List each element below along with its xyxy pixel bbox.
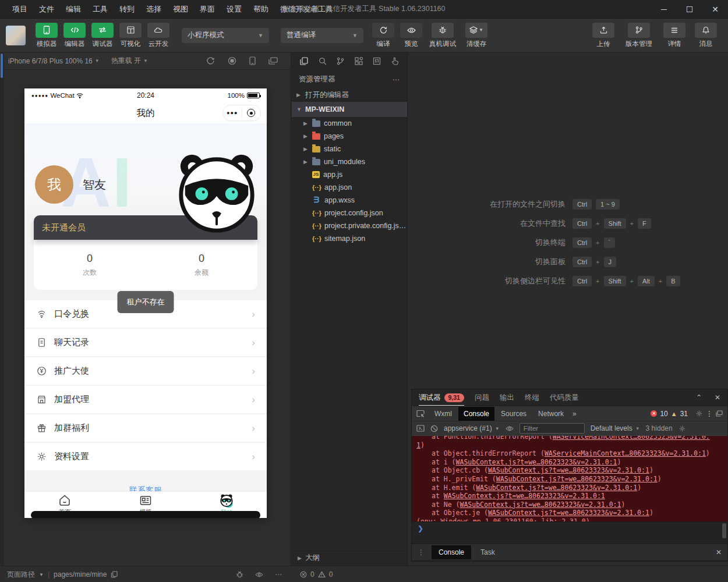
menu-select[interactable]: 选择 — [141, 2, 167, 17]
simulator-toggle-button[interactable]: 模拟器 — [33, 23, 61, 48]
maximize-button[interactable]: ☐ — [677, 0, 702, 19]
bottom-tab-task[interactable]: Task — [473, 545, 502, 559]
hot-reload-toggle[interactable]: 热重载 开 — [111, 56, 141, 66]
messages-button[interactable]: 消息 — [692, 23, 720, 48]
stack-link[interactable]: WAServiceMainContext…80623323&v=2.31.0: — [553, 436, 710, 441]
more-menu-button[interactable]: ●●● — [223, 110, 242, 116]
tree-file-appwxss[interactable]: ᗱapp.wxss — [292, 194, 407, 207]
devtools-tab-network[interactable]: Network — [533, 407, 569, 421]
warning-count[interactable]: 31 — [680, 410, 688, 418]
compile-button[interactable]: 编译 — [369, 23, 397, 48]
drag-handle-icon[interactable]: ⋮ — [418, 548, 425, 556]
page-path-label[interactable]: 页面路径 — [7, 570, 35, 580]
mode-select[interactable]: 小程序模式 ▼ — [182, 28, 269, 43]
stack-link[interactable]: WAServiceMainContext…80623323&v=2.31.0:1 — [545, 449, 706, 457]
eye-icon[interactable] — [506, 426, 514, 431]
menu-item-chat-history[interactable]: 聊天记录› — [24, 329, 267, 356]
menu-item-agency[interactable]: 加盟代理› — [24, 386, 267, 413]
clear-cache-button[interactable]: ▼ 清缓存 — [460, 23, 493, 48]
editor-toggle-button[interactable]: 编辑器 — [61, 23, 89, 48]
devtools-tab-wxml[interactable]: Wxml — [429, 407, 457, 421]
console-settings-icon[interactable] — [678, 425, 686, 432]
preview-button[interactable]: 预览 — [397, 23, 425, 48]
context-select[interactable]: appservice (#1) ▼ — [444, 424, 500, 432]
console-scrollbar[interactable] — [722, 523, 726, 538]
stack-link[interactable]: WASubContext.js?t=we…80623323&v=2.31.0:1 — [496, 475, 658, 483]
tab-terminal[interactable]: 终端 — [525, 393, 539, 403]
outline-section[interactable]: ▶ 大纲 — [292, 551, 407, 565]
stat-times[interactable]: 0 次数 — [34, 240, 146, 290]
record-icon[interactable] — [228, 56, 236, 65]
extensions-icon[interactable] — [355, 57, 363, 65]
tree-file-project-config[interactable]: {··}project.config.json — [292, 207, 407, 219]
menu-interface[interactable]: 界面 — [195, 2, 220, 17]
device-frame-icon[interactable] — [249, 56, 256, 65]
menu-tools[interactable]: 工具 — [87, 2, 113, 17]
stack-link[interactable]: WASubContext.js?t=we…80623323&v=2.31.0:1 — [456, 458, 617, 466]
menu-settings[interactable]: 设置 — [221, 2, 247, 17]
devtools-tab-console[interactable]: Console — [458, 407, 494, 421]
project-root-item[interactable]: ▼ MP-WEIXIN — [292, 102, 407, 117]
profile-avatar[interactable]: 我 — [35, 165, 73, 204]
tree-file-appjs[interactable]: JSapp.js — [292, 168, 407, 181]
close-button[interactable]: ✕ — [702, 0, 728, 19]
tree-folder-common[interactable]: ▶common — [292, 117, 407, 130]
eye-icon[interactable] — [255, 572, 263, 577]
tree-folder-pages[interactable]: ▶pages — [292, 130, 407, 143]
cloud-dev-button[interactable]: 云开发 — [144, 23, 172, 48]
close-panel-icon[interactable]: ✕ — [715, 393, 720, 402]
console-filter-input[interactable] — [520, 423, 585, 434]
stack-link[interactable]: WASubContext.js?t=we…80623323&v=2.31.0:1 — [488, 509, 649, 517]
inspect-element-icon[interactable] — [416, 410, 425, 417]
files-icon[interactable] — [300, 57, 308, 65]
debugger-toggle-button[interactable]: 调试器 — [89, 23, 116, 48]
tree-file-project-private-config[interactable]: {··}project.private.config.js… — [292, 219, 407, 232]
stack-link[interactable]: WASubContext.js?t=we…80623323&v=2.31.0:1 — [460, 501, 621, 509]
search-icon[interactable] — [319, 57, 327, 65]
tree-folder-uni-modules[interactable]: ▶uni_modules — [292, 155, 407, 168]
stack-link[interactable]: WASubContext.js?t=we…80623323&v=2.31.0:1 — [488, 466, 649, 474]
npm-box-icon[interactable] — [373, 57, 381, 65]
tab-problems[interactable]: 问题 — [475, 393, 489, 403]
stack-link[interactable]: WASubContext.js?t=we…80623323&v=2.31.0:1 — [444, 492, 605, 500]
menu-file[interactable]: 文件 — [34, 2, 59, 17]
menu-view[interactable]: 视图 — [168, 2, 193, 17]
error-count[interactable]: 10 — [660, 410, 667, 418]
bug-icon[interactable] — [236, 571, 243, 578]
multi-window-icon[interactable] — [268, 56, 278, 65]
menu-help[interactable]: 帮助 — [248, 2, 274, 17]
open-editors-section[interactable]: ▶ 打开的编辑器 — [292, 88, 407, 102]
stack-link[interactable]: WASubContext.js?t=we…80623323&v=2.31.0:1 — [476, 484, 637, 492]
menu-item-profile-settings[interactable]: 资料设置› — [24, 443, 267, 470]
capsule-close-button[interactable] — [242, 109, 261, 117]
tree-folder-static[interactable]: ▶static — [292, 143, 407, 155]
stat-balance[interactable]: 0 余额 — [146, 240, 257, 290]
tab-debugger[interactable]: 调试器 9,31 — [419, 389, 464, 406]
more-actions-icon[interactable]: ⋯ — [275, 570, 282, 579]
more-actions-icon[interactable]: ⋯ — [393, 75, 401, 84]
devtools-settings-icon[interactable] — [695, 410, 703, 417]
version-management-button[interactable]: 版本管理 — [621, 23, 657, 48]
hand-pointer-icon[interactable] — [391, 57, 399, 65]
device-select[interactable]: iPhone 6/7/8 Plus 100% 16 — [8, 57, 93, 65]
console-prompt[interactable]: ❯ — [412, 521, 727, 544]
menu-edit[interactable]: 编辑 — [61, 2, 86, 17]
run-command-icon[interactable] — [416, 425, 425, 432]
minimize-button[interactable]: ─ — [651, 0, 677, 19]
clear-console-icon[interactable] — [430, 425, 438, 432]
left-scrollbar[interactable] — [0, 52, 4, 566]
menu-item-group-benefits[interactable]: 加群福利› — [24, 414, 267, 442]
visualization-toggle-button[interactable]: 可视化 — [116, 23, 144, 48]
tree-file-sitemap[interactable]: {··}sitemap.json — [292, 232, 407, 245]
devtools-tab-sources[interactable]: Sources — [496, 407, 532, 421]
details-button[interactable]: 详情 — [660, 23, 688, 48]
dock-side-icon[interactable] — [716, 410, 723, 417]
log-levels-select[interactable]: Default levels ▼ — [591, 424, 640, 432]
kebab-menu-icon[interactable]: ⋮ — [706, 410, 713, 418]
close-console-icon[interactable]: ✕ — [716, 548, 722, 556]
console-output[interactable]: at Function.thirdErrorReport (WAServiceM… — [412, 436, 727, 521]
more-tabs-icon[interactable]: » — [572, 410, 577, 418]
copy-icon[interactable] — [111, 571, 118, 578]
compile-mode-select[interactable]: 普通编译 ▼ — [281, 28, 363, 43]
stack-link[interactable]: 1 — [416, 441, 420, 449]
